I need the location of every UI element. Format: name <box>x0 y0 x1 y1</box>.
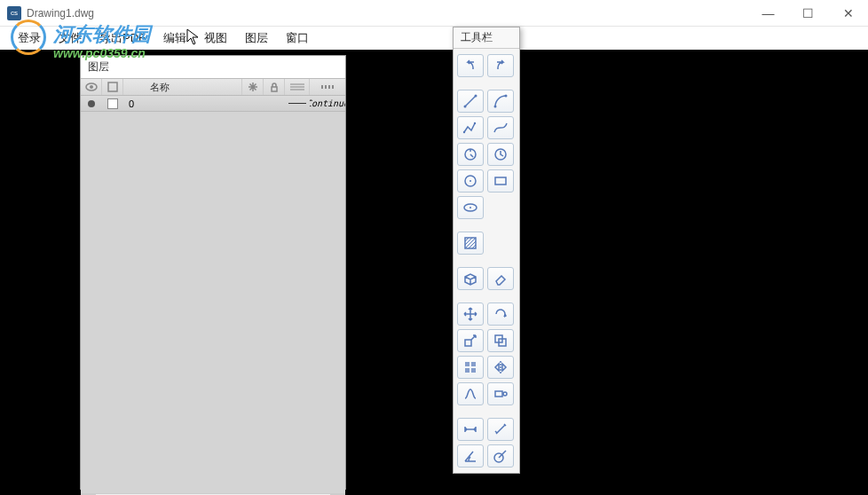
toolbox-body <box>454 49 519 473</box>
app-icon: cs <box>7 6 21 20</box>
arc-button[interactable] <box>487 90 514 113</box>
ellipse-button[interactable] <box>457 196 484 219</box>
toolbox-title: 工具栏 <box>454 28 519 49</box>
svg-point-13 <box>474 122 476 124</box>
layer-row[interactable]: 0 Continuo <box>81 96 345 112</box>
layer-linetype[interactable]: Continuo <box>310 96 345 111</box>
svg-rect-2 <box>108 82 117 91</box>
window-title: Drawing1.dwg <box>27 7 94 20</box>
svg-rect-18 <box>495 177 506 185</box>
menu-export-pdf[interactable]: 导出PDF <box>91 28 154 49</box>
move-button[interactable] <box>457 302 484 326</box>
svg-rect-5 <box>325 85 327 89</box>
hatch-button[interactable] <box>457 232 484 255</box>
line-button[interactable] <box>457 90 484 113</box>
undo-button[interactable] <box>457 54 484 77</box>
menu-edit[interactable]: 编辑 <box>154 28 195 49</box>
extend-button[interactable] <box>487 382 514 405</box>
svg-point-9 <box>475 95 477 98</box>
titlebar: cs Drawing1.dwg — ☐ ✕ <box>0 0 868 27</box>
array-button[interactable] <box>457 356 484 379</box>
svg-point-30 <box>503 392 507 396</box>
trim-button[interactable] <box>457 382 484 405</box>
layers-panel: 图层 名称 0 Continuo ‹ › <box>80 55 346 490</box>
svg-rect-4 <box>321 85 323 89</box>
layer-freeze[interactable] <box>242 96 264 111</box>
maximize-button[interactable]: ☐ <box>788 0 828 27</box>
compass-button[interactable] <box>457 143 484 166</box>
header-more-icon[interactable] <box>310 79 345 95</box>
svg-point-8 <box>464 106 467 108</box>
box3d-button[interactable] <box>457 267 484 290</box>
svg-point-10 <box>494 106 497 108</box>
svg-point-12 <box>463 131 465 133</box>
menu-login[interactable]: 登录 <box>9 28 50 49</box>
minimize-button[interactable]: — <box>748 0 788 27</box>
svg-point-17 <box>470 180 471 182</box>
layer-name[interactable]: 0 <box>123 96 242 111</box>
layer-lock[interactable] <box>264 96 285 111</box>
dim-angular-button[interactable] <box>457 444 484 468</box>
layer-lineweight[interactable] <box>285 96 310 111</box>
layer-color[interactable] <box>102 96 123 111</box>
layers-panel-title: 图层 <box>81 56 345 78</box>
offset-button[interactable] <box>487 329 514 352</box>
dim-aligned-button[interactable] <box>487 418 514 441</box>
svg-rect-3 <box>272 87 277 91</box>
svg-rect-6 <box>328 85 330 89</box>
menubar: 登录 文件 导出PDF 编辑 视图 图层 窗口 <box>0 27 868 50</box>
window-controls: — ☐ ✕ <box>748 0 868 27</box>
redo-button[interactable] <box>487 54 514 77</box>
dim-linear-button[interactable] <box>457 418 484 441</box>
svg-rect-25 <box>465 362 470 366</box>
clock-button[interactable] <box>487 143 514 166</box>
menu-window[interactable]: 窗口 <box>277 28 318 49</box>
mirror-button[interactable] <box>487 356 514 379</box>
svg-point-11 <box>505 95 508 98</box>
header-lineweight-icon[interactable] <box>285 79 310 95</box>
svg-point-1 <box>90 85 93 89</box>
menu-file[interactable]: 文件 <box>50 28 91 49</box>
rect-button[interactable] <box>487 169 514 192</box>
menu-view[interactable]: 视图 <box>195 28 236 49</box>
circle-button[interactable] <box>457 169 484 192</box>
close-button[interactable]: ✕ <box>828 0 868 27</box>
header-lock-icon[interactable] <box>264 79 285 95</box>
svg-rect-27 <box>465 368 470 373</box>
scale-button[interactable] <box>457 329 484 352</box>
svg-rect-22 <box>465 340 471 346</box>
menu-layer[interactable]: 图层 <box>236 28 277 49</box>
header-name[interactable]: 名称 <box>123 79 242 95</box>
svg-rect-7 <box>332 85 334 89</box>
header-visibility-icon[interactable] <box>81 79 102 95</box>
dim-radius-button[interactable] <box>487 444 514 468</box>
layer-visibility[interactable] <box>81 96 102 111</box>
svg-rect-28 <box>471 368 476 373</box>
rotate-button[interactable] <box>487 302 514 326</box>
layers-body <box>81 112 345 493</box>
polyline-button[interactable] <box>457 116 484 139</box>
eraser-button[interactable] <box>487 267 514 290</box>
header-freeze-icon[interactable] <box>242 79 264 95</box>
svg-rect-26 <box>471 362 476 366</box>
toolbox-panel: 工具栏 <box>453 27 520 474</box>
svg-rect-29 <box>495 391 502 397</box>
spline-button[interactable] <box>487 116 514 139</box>
header-color-icon[interactable] <box>102 79 123 95</box>
svg-point-20 <box>470 207 471 208</box>
layers-header: 名称 <box>81 78 345 96</box>
